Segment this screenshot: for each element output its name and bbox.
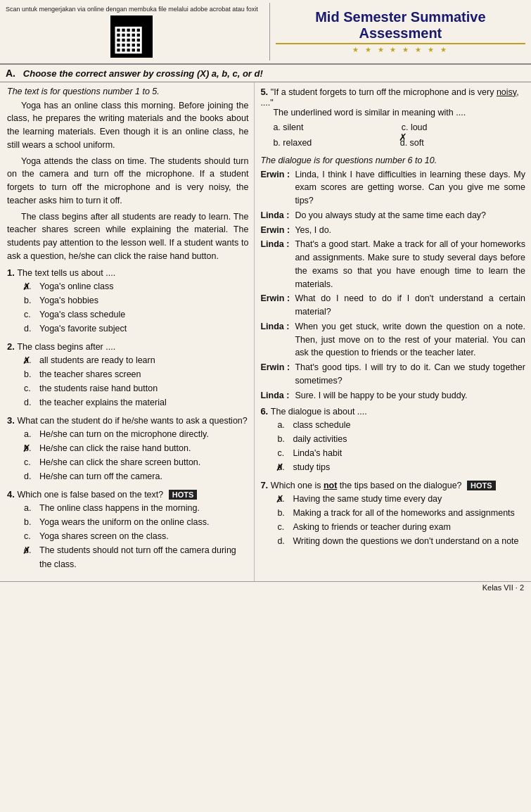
q6-option-d: d. study tips: [277, 460, 525, 474]
q2-number: 2.: [7, 341, 15, 352]
dialogue-line-1: Linda, I think I have difficulties in le…: [295, 168, 525, 208]
dialogue-row-7: Erwin : That's good tips. I will try to …: [260, 361, 525, 388]
q3-option-a: a. He/she can turn on the microphone dir…: [24, 427, 248, 441]
q3-options: a. He/she can turn on the microphone dir…: [24, 427, 248, 483]
passage-para-1: Yoga has an online class this morning. B…: [7, 99, 248, 152]
q5-a-letter: a.: [273, 122, 283, 132]
q1-option-b: b. Yoga's hobbies: [24, 293, 248, 307]
left-column: The text is for questions number 1 to 5.…: [0, 82, 255, 581]
question-6: 6. The dialogue is about .... a. class s…: [260, 406, 525, 474]
q6-d-text: study tips: [293, 460, 330, 474]
decoration-stars: ★ ★ ★ ★ ★ ★ ★ ★: [352, 46, 448, 53]
q3-c-text: He/she can click the share screen button…: [39, 455, 200, 469]
q5-quote: "If a student forgets to turn off the mi…: [260, 87, 518, 108]
q7-c-letter: c.: [277, 520, 290, 534]
q2-c-text: the students raise hand button: [39, 381, 158, 395]
q1-d-letter: d.: [24, 322, 37, 336]
q4-text: Which one is false based on the text? HO…: [17, 490, 197, 500]
speaker-2: Linda :: [260, 209, 292, 222]
footer-bar: Kelas VII · 2: [0, 581, 531, 593]
q3-a-letter: a.: [24, 427, 37, 441]
q5-option-b: b. relaxed: [273, 136, 398, 150]
q5-a-text: silent: [283, 122, 303, 132]
speaker-1: Erwin :: [260, 168, 292, 208]
q3-option-c: c. He/she can click the share screen but…: [24, 455, 248, 469]
q7-b-letter: b.: [277, 506, 290, 520]
q5-number: 5.: [260, 87, 268, 97]
dialogue-row-5: Erwin : What do I need to do if I don't …: [260, 292, 525, 319]
header-center: Mid Semester Summative Assessment ★ ★ ★ …: [270, 3, 531, 61]
question-1: 1. The text tells us about .... a. Yoga'…: [7, 267, 248, 336]
q2-a-text: all students are ready to learn: [39, 353, 155, 367]
q6-a-text: class schedule: [293, 418, 350, 432]
q1-option-c: c. Yoga's class schedule: [24, 307, 248, 322]
q4-number: 4.: [7, 489, 15, 500]
q1-a-text: Yoga's online class: [39, 279, 113, 293]
q7-text: Which one is not the tips based on the d…: [271, 481, 496, 490]
q7-option-a: a. Having the same study time every day: [277, 492, 525, 506]
qr-instruction-text: Scan untuk mengerjakan via online dengan…: [6, 6, 258, 14]
q1-c-text: Yoga's class schedule: [39, 307, 125, 322]
q6-b-text: daily activities: [293, 432, 347, 446]
q4-option-b: b. Yoga wears the uniform on the online …: [24, 515, 248, 529]
speaker-5: Erwin :: [260, 292, 292, 319]
q4-c-letter: c.: [24, 529, 37, 543]
passage-text: Yoga has an online class this morning. B…: [7, 99, 248, 263]
q7-option-b: b. Making a track for all of the homewor…: [277, 506, 525, 520]
dialogue-row-1: Erwin : Linda, I think I have difficulti…: [260, 168, 525, 208]
question-4: 4. Which one is false based on the text?…: [7, 489, 248, 571]
q5-c-text: loud: [411, 122, 428, 132]
dialogue-table: Erwin : Linda, I think I have difficulti…: [260, 168, 525, 402]
dialogue-line-3: Yes, I do.: [295, 224, 525, 237]
dialogue-line-7: That's good tips. I will try to do it. C…: [295, 361, 525, 388]
q1-b-text: Yoga's hobbies: [39, 293, 98, 307]
q6-text: The dialogue is about ....: [271, 407, 367, 417]
q7-number: 7.: [260, 480, 268, 490]
q7-a-letter: a.: [277, 492, 290, 506]
q7-options: a. Having the same study time every day …: [277, 492, 525, 548]
q4-hots-badge: HOTS: [169, 490, 198, 500]
q2-option-b: b. the teacher shares screen: [24, 367, 248, 381]
q6-a-letter: a.: [277, 418, 290, 432]
q4-option-d: d. The students should not turn off the …: [24, 543, 248, 571]
q6-c-letter: c.: [277, 446, 290, 460]
q1-c-letter: c.: [24, 307, 37, 322]
q6-options: a. class schedule b. daily activities c.…: [277, 418, 525, 474]
dialogue-line-5: What do I need to do if I don't understa…: [295, 292, 525, 319]
q3-b-text: He/she can click the raise hand button.: [39, 441, 191, 455]
question-5: 5. "If a student forgets to turn off the…: [260, 87, 525, 150]
q1-number: 1.: [7, 267, 15, 278]
q7-d-text: Writing down the questions we don't unde…: [293, 534, 518, 548]
q5-instruction: The underlined word is similar in meanin…: [273, 108, 525, 118]
section-instruction: Choose the correct answer by crossing (X…: [23, 68, 263, 79]
main-content: The text is for questions number 1 to 5.…: [0, 82, 531, 581]
q4-options: a. The online class happens in the morni…: [24, 501, 248, 571]
q2-d-text: the teacher explains the material: [39, 395, 167, 410]
footer-text: Kelas VII · 2: [482, 583, 524, 592]
question-2: 2. The class begins after .... a. all st…: [7, 341, 248, 410]
section-label: A.: [6, 68, 15, 79]
q2-option-d: d. the teacher explains the material: [24, 395, 248, 410]
q2-option-a: a. all students are ready to learn: [24, 353, 248, 367]
q5-underlined-word: noisy: [497, 87, 516, 97]
q2-c-letter: c.: [24, 381, 37, 395]
dialogue-line-4: That's a good start. Make a track for al…: [295, 238, 525, 291]
q7-d-letter: d.: [277, 534, 290, 548]
q7-a-text: Having the same study time every day: [293, 492, 442, 506]
q7-option-c: c. Asking to friends or teacher during e…: [277, 520, 525, 534]
dialogue-header: The dialogue is for questions number 6 t…: [260, 156, 525, 165]
passage-header: The text is for questions number 1 to 5.: [7, 87, 248, 96]
dialogue-line-2: Do you always study at the same time eac…: [295, 209, 525, 222]
q1-option-a: a. Yoga's online class: [24, 279, 248, 293]
q4-a-letter: a.: [24, 501, 37, 515]
q6-c-text: Linda's habit: [293, 446, 342, 460]
page-header: Scan untuk mengerjakan via online dengan…: [0, 0, 531, 65]
q4-d-letter: d.: [24, 543, 37, 557]
qr-area: Scan untuk mengerjakan via online dengan…: [6, 6, 258, 58]
q3-d-letter: d.: [24, 469, 37, 483]
dialogue-line-8: Sure. I will be happy to be your study b…: [295, 389, 525, 402]
q3-d-text: He/she can turn off the camera.: [39, 469, 162, 483]
q5-b-text: relaxed: [283, 138, 312, 148]
q1-options: a. Yoga's online class b. Yoga's hobbies…: [24, 279, 248, 336]
q3-option-d: d. He/she can turn off the camera.: [24, 469, 248, 483]
